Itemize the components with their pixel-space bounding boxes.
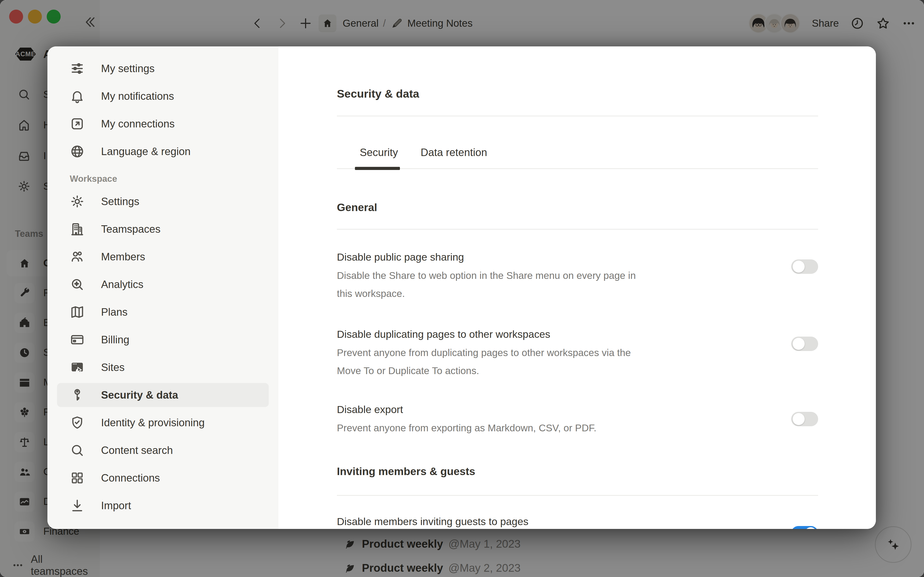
nav-label: Identity & provisioning [101,417,205,429]
setting-title: Disable public page sharing [337,251,643,263]
arrow-out-box-icon [70,116,85,131]
nav-label: My notifications [101,90,174,102]
toggle-knob [804,527,817,529]
app-window: General / Meeting Notes [0,0,924,577]
nav-label: Members [101,251,145,263]
toggle-knob [793,261,804,272]
bell-icon [70,89,85,104]
toggle-disable-duplicating[interactable] [791,337,818,351]
workspace-section-label: Workspace [47,174,278,184]
nav-label: My connections [101,118,175,130]
divider [337,495,818,496]
tab-data-retention[interactable]: Data retention [421,146,487,168]
tab-security[interactable]: Security [360,146,398,168]
toggle-disable-guest-invites[interactable] [791,526,818,529]
search-icon [70,443,85,458]
nav-label: Analytics [101,279,144,290]
nav-label: Sites [101,361,124,373]
divider [337,229,818,230]
settings-nav-analytics[interactable]: Analytics [57,272,269,297]
credit-card-icon [70,332,85,347]
globe-icon [70,144,85,159]
settings-nav-my-connections[interactable]: My connections [57,112,269,136]
settings-nav-identity-provisioning[interactable]: Identity & provisioning [57,411,269,435]
nav-label: Security & data [101,389,178,401]
settings-nav-my-settings[interactable]: My settings [57,56,269,81]
nav-label: My settings [101,63,155,74]
screen: General / Meeting Notes [0,0,924,577]
toggle-knob [793,413,804,425]
setting-description: Prevent anyone from duplicating pages to… [337,344,643,380]
setting-row-disable-guest-invites: Disable members inviting guests to pages [337,515,818,529]
settings-nav-plans[interactable]: Plans [57,300,269,324]
key-icon [70,388,85,403]
settings-nav-my-notifications[interactable]: My notifications [57,84,269,108]
setting-row-disable-export: Disable export Prevent anyone from expor… [337,403,818,437]
nav-label: Content search [101,444,173,456]
search-sparkle-icon [70,277,85,292]
settings-nav-content-search[interactable]: Content search [57,438,269,462]
section-heading-general: General [337,201,818,214]
settings-nav-members[interactable]: Members [57,245,269,269]
settings-nav-import[interactable]: Import [57,493,269,517]
nav-label: Plans [101,306,128,318]
settings-sidebar: My settings My notifications My connecti… [47,47,278,529]
toggle-disable-export[interactable] [791,412,818,426]
nav-label: Language & region [101,145,191,158]
settings-nav-language-region[interactable]: Language & region [57,139,269,163]
section-heading-inviting: Inviting members & guests [337,465,818,478]
settings-modal: My settings My notifications My connecti… [47,47,876,529]
setting-row-disable-public-sharing: Disable public page sharing Disable the … [337,251,818,303]
nav-label: Billing [101,334,129,346]
setting-title: Disable duplicating pages to other works… [337,328,643,340]
setting-description: Disable the Share to web option in the S… [337,267,643,303]
grid-icon [70,471,85,485]
import-arrow-icon [70,498,85,513]
settings-nav-settings[interactable]: Settings [57,189,269,213]
settings-nav-billing[interactable]: Billing [57,328,269,352]
shield-check-icon [70,415,85,430]
map-icon [70,305,85,319]
nav-label: Connections [101,472,160,484]
sliders-icon [70,61,85,76]
browser-cursor-icon [70,360,85,375]
setting-title: Disable export [337,403,596,416]
settings-nav-teamspaces[interactable]: Teamspaces [57,217,269,241]
building-icon [70,222,85,237]
toggle-knob [793,338,804,350]
settings-nav-sites[interactable]: Sites [57,355,269,379]
nav-label: Import [101,500,131,512]
gear-icon [70,194,85,209]
settings-nav-connections[interactable]: Connections [57,466,269,490]
setting-description: Prevent anyone from exporting as Markdow… [337,419,596,437]
divider [337,116,818,116]
members-icon [70,249,85,264]
nav-label: Teamspaces [101,223,160,235]
tabs: Security Data retention [337,146,818,169]
setting-title: Disable members inviting guests to pages [337,515,528,528]
toggle-disable-public-sharing[interactable] [791,259,818,274]
settings-nav-security-data[interactable]: Security & data [57,383,269,407]
settings-page-title: Security & data [337,87,818,101]
nav-label: Settings [101,195,139,208]
settings-content: Security & data Security Data retention … [278,47,876,529]
setting-row-disable-duplicating: Disable duplicating pages to other works… [337,328,818,380]
